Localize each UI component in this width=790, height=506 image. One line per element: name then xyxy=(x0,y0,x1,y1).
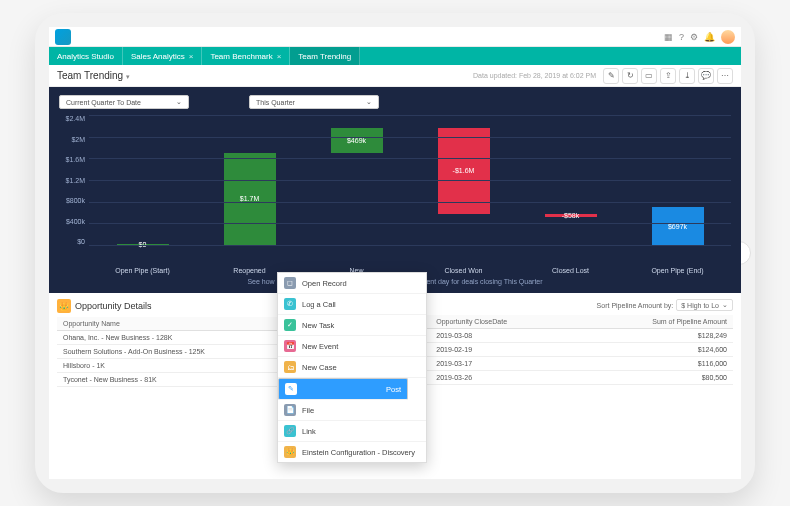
chevron-down-icon: ⌄ xyxy=(722,301,728,309)
help-icon[interactable]: ? xyxy=(679,32,684,42)
crown-icon: 👑 xyxy=(57,299,71,313)
salesforce-logo xyxy=(55,29,71,45)
col-close-date[interactable]: Opportunity CloseDate xyxy=(430,315,578,329)
table-row[interactable]: Hillsboro - 1K xyxy=(57,359,314,373)
grid-icon[interactable]: ▦ xyxy=(664,32,673,42)
chevron-down-icon: ⌄ xyxy=(176,98,182,106)
context-menu: ◻Open Record✆Log a Call✓New Task📅New Eve… xyxy=(277,272,427,463)
tablet-frame: ▦ ? ⚙ 🔔 Analytics Studio Sales Analytics… xyxy=(35,13,755,493)
menu-item[interactable]: ✆Log a Call xyxy=(278,294,426,315)
refresh-button[interactable]: ↻ xyxy=(622,68,638,84)
global-actions: ▦ ? ⚙ 🔔 xyxy=(664,30,735,44)
chevron-down-icon: ⌄ xyxy=(366,98,372,106)
gear-icon[interactable]: ⚙ xyxy=(690,32,698,42)
bell-icon[interactable]: 🔔 xyxy=(704,32,715,42)
tab-sales-analytics[interactable]: Sales Analytics× xyxy=(123,47,202,65)
sort-select[interactable]: $ High to Lo⌄ xyxy=(676,299,733,311)
more-button[interactable]: ⋯ xyxy=(717,68,733,84)
page-title[interactable]: Team Trending▾ xyxy=(57,70,130,81)
chevron-down-icon: ▾ xyxy=(126,73,130,80)
opportunity-name-table: Opportunity Name Ohana, Inc. - New Busin… xyxy=(57,317,314,387)
close-icon[interactable]: × xyxy=(277,52,282,61)
data-updated-label: Data updated: Feb 28, 2019 at 6:02 PM xyxy=(473,72,596,79)
compare-select[interactable]: This Quarter⌄ xyxy=(249,95,379,109)
chart-panel: Current Quarter To Date⌄ This Quarter⌄ $… xyxy=(49,87,741,293)
menu-icon: 👑 xyxy=(284,446,296,458)
menu-icon: ✎ xyxy=(285,383,297,395)
menu-item[interactable]: ◻Open Record xyxy=(278,273,426,294)
menu-icon: 🔗 xyxy=(284,425,296,437)
page-header: Team Trending▾ Data updated: Feb 28, 201… xyxy=(49,65,741,87)
menu-icon: 📅 xyxy=(284,340,296,352)
menu-item[interactable]: 👑Einstein Configuration - Discovery xyxy=(278,442,426,462)
tab-team-benchmark[interactable]: Team Benchmark× xyxy=(202,47,290,65)
details-title: 👑 Opportunity Details xyxy=(57,299,152,313)
menu-item[interactable]: 🗂New Case xyxy=(278,357,426,378)
menu-item[interactable]: ✓New Task xyxy=(278,315,426,336)
download-button[interactable]: ⤓ xyxy=(679,68,695,84)
menu-icon: ◻ xyxy=(284,277,296,289)
table-row[interactable]: Southern Solutions - Add-On Business - 1… xyxy=(57,345,314,359)
edit-button[interactable]: ✎ xyxy=(603,68,619,84)
col-amount[interactable]: Sum of Pipeline Amount xyxy=(578,315,733,329)
menu-icon: ✆ xyxy=(284,298,296,310)
menu-item[interactable]: ✎Post xyxy=(278,378,408,400)
workspace-tabs: Analytics Studio Sales Analytics× Team B… xyxy=(49,47,741,65)
avatar[interactable] xyxy=(721,30,735,44)
menu-item[interactable]: 📅New Event xyxy=(278,336,426,357)
waterfall-chart: $2.4M$2M$1.6M$1.2M$800k$400k$0 $0$1.7M$4… xyxy=(59,115,731,265)
present-button[interactable]: ▭ xyxy=(641,68,657,84)
sort-control: Sort Pipeline Amount by: $ High to Lo⌄ xyxy=(597,299,733,311)
share-button[interactable]: ⇪ xyxy=(660,68,676,84)
menu-icon: 📄 xyxy=(284,404,296,416)
menu-icon: ✓ xyxy=(284,319,296,331)
screen: ▦ ? ⚙ 🔔 Analytics Studio Sales Analytics… xyxy=(49,27,741,479)
col-opportunity-name[interactable]: Opportunity Name xyxy=(57,317,314,331)
menu-icon: 🗂 xyxy=(284,361,296,373)
period-select[interactable]: Current Quarter To Date⌄ xyxy=(59,95,189,109)
menu-item[interactable]: 📄File xyxy=(278,400,426,421)
close-icon[interactable]: × xyxy=(189,52,194,61)
menu-item[interactable]: 🔗Link xyxy=(278,421,426,442)
global-header: ▦ ? ⚙ 🔔 xyxy=(49,27,741,47)
tab-analytics-studio[interactable]: Analytics Studio xyxy=(49,47,123,65)
table-row[interactable]: Tyconet - New Business - 81K xyxy=(57,373,314,387)
tab-team-trending[interactable]: Team Trending xyxy=(290,47,360,65)
table-row[interactable]: Ohana, Inc. - New Business - 128K xyxy=(57,331,314,345)
comment-button[interactable]: 💬 xyxy=(698,68,714,84)
